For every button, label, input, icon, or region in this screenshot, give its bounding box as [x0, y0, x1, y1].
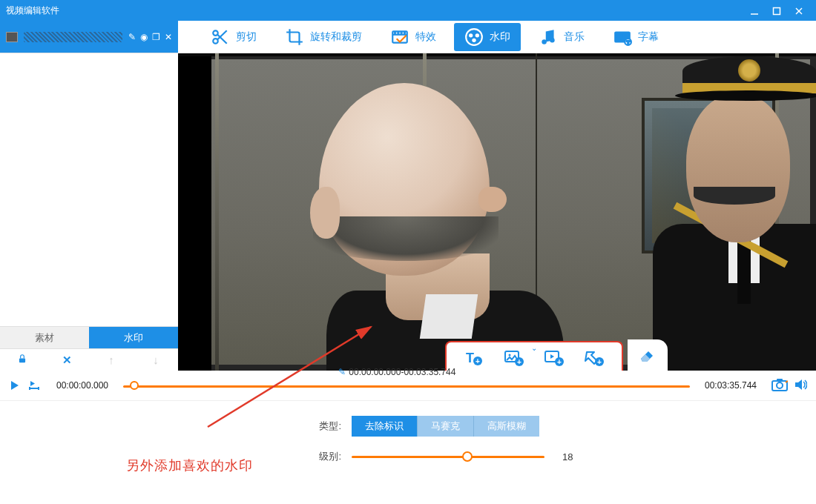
copy-icon[interactable]: ❐ — [152, 32, 160, 42]
svg-point-12 — [401, 32, 402, 33]
svg-text:+: + — [597, 358, 602, 366]
svg-rect-39 — [777, 379, 783, 382]
svg-text:T: T — [466, 351, 474, 365]
music-icon — [539, 27, 558, 47]
tab-music[interactable]: 音乐 — [528, 23, 595, 51]
svg-point-38 — [777, 382, 783, 388]
chevron-down-icon[interactable]: ⌄ — [531, 344, 537, 352]
play-button[interactable] — [9, 379, 21, 391]
svg-point-18 — [542, 39, 547, 44]
svg-point-15 — [469, 33, 473, 37]
add-shape-watermark-icon[interactable]: + — [585, 350, 604, 366]
level-value: 18 — [562, 451, 573, 462]
tab-label: 旋转和裁剪 — [310, 30, 362, 44]
screenshot-button[interactable] — [771, 378, 788, 394]
add-text-watermark-icon[interactable]: T+ — [464, 350, 484, 366]
film-icon — [390, 27, 409, 47]
app-title: 视频编辑软件 — [6, 4, 743, 17]
delete-clip-icon[interactable]: ✕ — [165, 32, 172, 42]
svg-point-4 — [213, 30, 218, 36]
svg-point-13 — [404, 32, 405, 33]
settings-panel: 另外添加喜欢的水印 类型: 去除标识 马赛克 高斯模糊 级别: 18 — [0, 400, 816, 504]
svg-point-17 — [472, 38, 476, 42]
tab-label: 水印 — [490, 30, 510, 44]
annotation-text: 另外添加喜欢的水印 — [126, 457, 253, 474]
timeline: 00:00:00.000 ✎ 00:00:00.000-00:03:35.744… — [0, 371, 816, 400]
seg-remove-logo[interactable]: 去除标识 — [352, 416, 418, 437]
volume-button[interactable] — [794, 379, 807, 393]
svg-point-19 — [550, 38, 555, 43]
seg-blur[interactable]: 高斯模糊 — [474, 416, 539, 437]
sidebar-tab-watermark[interactable]: 水印 — [89, 327, 178, 348]
seg-mosaic[interactable]: 马赛克 — [418, 416, 474, 437]
svg-point-11 — [398, 32, 398, 33]
scissors-icon — [211, 27, 230, 47]
tab-label: 字幕 — [638, 30, 659, 44]
svg-text:+: + — [557, 358, 562, 366]
tab-label: 音乐 — [564, 30, 585, 44]
tab-cut[interactable]: 剪切 — [200, 23, 267, 51]
lock-icon[interactable] — [0, 354, 45, 366]
tab-effects[interactable]: 特效 — [380, 23, 447, 51]
tab-bar: ✎ ◉ ❐ ✕ 剪切 旋转和裁剪 特效 水印 音乐 SUBT 字幕 — [0, 21, 816, 53]
maximize-button[interactable] — [766, 4, 788, 16]
export-frame-button[interactable] — [28, 379, 42, 391]
add-image-watermark-icon[interactable]: + — [504, 350, 524, 366]
eye-icon[interactable]: ◉ — [140, 32, 148, 42]
svg-point-29 — [509, 354, 511, 357]
watermark-toolbar: ⌄ T+ + + + — [445, 339, 668, 371]
move-down-icon[interactable]: ↓ — [134, 354, 178, 366]
timeline-range: 00:00:00.000-00:03:35.744 — [349, 367, 455, 377]
clip-name — [24, 32, 122, 42]
tab-rotate-crop[interactable]: 旋转和裁剪 — [274, 23, 372, 51]
close-button[interactable] — [788, 4, 810, 16]
crop-icon — [285, 27, 304, 47]
tab-label: 剪切 — [236, 30, 257, 44]
type-segmented: 去除标识 马赛克 高斯模糊 — [352, 416, 539, 437]
minimize-button[interactable] — [743, 4, 766, 16]
svg-point-16 — [476, 33, 479, 37]
svg-point-5 — [213, 39, 218, 43]
pencil-icon[interactable]: ✎ — [128, 32, 136, 42]
edit-range-icon[interactable]: ✎ — [338, 367, 346, 377]
level-label: 级别: — [304, 450, 341, 463]
svg-rect-1 — [774, 8, 780, 15]
watermark-icon — [464, 27, 484, 47]
timeline-track[interactable]: ✎ 00:00:00.000-00:03:35.744 — [123, 380, 690, 391]
sidebar-body — [0, 53, 178, 326]
timeline-start: 00:00:00.000 — [49, 380, 116, 391]
move-up-icon[interactable]: ↑ — [89, 354, 134, 366]
sidebar: 素材 水印 ✕ ↑ ↓ — [0, 53, 178, 371]
subtitle-icon: SUBT — [613, 27, 632, 47]
add-video-watermark-icon[interactable]: + — [544, 350, 564, 366]
tab-label: 特效 — [415, 30, 436, 44]
svg-text:+: + — [517, 358, 521, 366]
svg-text:+: + — [476, 357, 480, 365]
eraser-icon[interactable] — [638, 347, 657, 363]
delete-icon[interactable]: ✕ — [45, 354, 89, 367]
video-preview[interactable]: ⌄ T+ + + + — [178, 53, 816, 371]
title-bar: 视频编辑软件 — [0, 0, 816, 21]
tab-watermark[interactable]: 水印 — [454, 23, 521, 51]
svg-rect-24 — [19, 358, 25, 362]
clip-header: ✎ ◉ ❐ ✕ — [0, 21, 178, 53]
clip-thumb-icon — [6, 32, 18, 42]
level-slider[interactable] — [352, 451, 544, 462]
svg-text:T: T — [626, 39, 630, 45]
sidebar-tab-material[interactable]: 素材 — [0, 327, 89, 348]
tab-subtitle[interactable]: SUBT 字幕 — [602, 23, 669, 51]
svg-point-14 — [466, 29, 482, 45]
svg-point-10 — [395, 32, 395, 33]
timeline-end: 00:03:35.744 — [697, 380, 764, 391]
type-label: 类型: — [304, 420, 341, 433]
